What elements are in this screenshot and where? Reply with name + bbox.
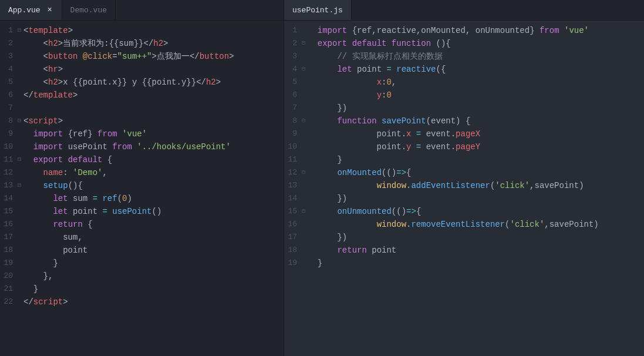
code-line[interactable]: <button @click="sum++">点我加一</button> [23, 50, 284, 63]
tab-bar-left: App.vue×Demo.vue [0, 0, 284, 21]
code-line[interactable]: } [23, 257, 284, 270]
code-line[interactable]: import usePoint from '../hooks/usePoint' [23, 140, 284, 153]
tab-label: usePoint.js [292, 6, 343, 15]
line-number: 3 [0, 50, 13, 63]
line-number: 6 [0, 89, 13, 102]
fold-marker [299, 218, 308, 231]
code-line[interactable]: }) [308, 102, 644, 115]
fold-marker [15, 140, 23, 153]
fold-marker[interactable]: ⊟ [299, 205, 308, 218]
line-number: 18 [0, 244, 13, 257]
fold-marker[interactable]: ⊟ [15, 153, 23, 166]
code-line[interactable]: <h2>当前求和为:{{sum}}</h2> [23, 37, 284, 50]
code-line[interactable]: setup(){ [23, 179, 284, 192]
line-number: 22 [0, 295, 13, 308]
code-line[interactable]: import {ref} from 'vue' [23, 127, 284, 140]
close-icon[interactable]: × [46, 5, 53, 15]
fold-marker [15, 295, 23, 308]
code-line[interactable] [23, 102, 284, 115]
line-number: 1 [284, 24, 297, 37]
fold-gutter[interactable]: ⊟⊟⊟⊟⊟ [299, 24, 308, 356]
fold-marker [15, 192, 23, 205]
line-number: 10 [284, 140, 297, 153]
code-line[interactable]: point.x = event.pageX [308, 127, 644, 140]
code-area[interactable]: import {ref,reactive,onMounted, onUnmoun… [308, 24, 644, 356]
line-number: 5 [284, 76, 297, 89]
code-line[interactable]: }) [308, 192, 644, 205]
code-line[interactable]: point.y = event.pageY [308, 140, 644, 153]
code-line[interactable]: } [308, 153, 644, 166]
fold-marker[interactable]: ⊟ [15, 179, 23, 192]
code-area[interactable]: <template> <h2>当前求和为:{{sum}}</h2> <butto… [23, 24, 284, 356]
code-line[interactable]: window.removeEventListener('click',saveP… [308, 218, 644, 231]
code-line[interactable]: // 实现鼠标打点相关的数据 [308, 50, 644, 63]
editor-pane-right: usePoint.js 1234567891011121314151617181… [284, 0, 644, 356]
line-number: 2 [0, 37, 13, 50]
fold-marker [299, 231, 308, 244]
fold-marker [299, 140, 308, 153]
code-line[interactable]: }) [308, 231, 644, 244]
tab-usepoint-js[interactable]: usePoint.js [284, 0, 352, 20]
fold-marker[interactable]: ⊟ [15, 115, 23, 127]
line-number: 17 [0, 231, 13, 244]
fold-marker [15, 63, 23, 76]
code-line[interactable]: <hr> [23, 63, 284, 76]
code-line[interactable]: point [23, 244, 284, 257]
line-number: 9 [0, 127, 13, 140]
fold-marker [299, 257, 308, 270]
fold-marker [299, 179, 308, 192]
code-line[interactable]: sum, [23, 231, 284, 244]
line-number: 21 [0, 283, 13, 295]
fold-marker[interactable]: ⊟ [299, 115, 308, 127]
fold-marker [15, 76, 23, 89]
code-line[interactable]: } [308, 257, 644, 270]
fold-marker[interactable]: ⊟ [299, 63, 308, 76]
code-editor-right[interactable]: 12345678910111213141516171819 ⊟⊟⊟⊟⊟ impo… [284, 21, 644, 356]
fold-marker [15, 89, 23, 102]
code-editor-left[interactable]: 12345678910111213141516171819202122 ⊟⊟⊟⊟… [0, 21, 284, 356]
line-gutter: 12345678910111213141516171819 [284, 24, 299, 356]
code-line[interactable]: onUnmounted(()=>{ [308, 205, 644, 218]
line-number: 13 [0, 179, 13, 192]
code-line[interactable]: name: 'Demo', [23, 166, 284, 179]
code-line[interactable]: y:0 [308, 89, 644, 102]
fold-marker[interactable]: ⊟ [299, 37, 308, 50]
code-line[interactable]: x:0, [308, 76, 644, 89]
code-line[interactable]: let point = reactive({ [308, 63, 644, 76]
line-number: 1 [0, 24, 13, 37]
code-line[interactable]: function savePoint(event) { [308, 115, 644, 127]
code-line[interactable]: </script> [23, 295, 284, 308]
code-line[interactable]: }, [23, 270, 284, 283]
code-line[interactable]: import {ref,reactive,onMounted, onUnmoun… [308, 24, 644, 37]
code-line[interactable]: export default function (){ [308, 37, 644, 50]
line-number: 9 [284, 127, 297, 140]
fold-marker[interactable]: ⊟ [299, 166, 308, 179]
code-line[interactable]: onMounted(()=>{ [308, 166, 644, 179]
fold-marker [299, 76, 308, 89]
fold-marker[interactable]: ⊟ [15, 24, 23, 37]
code-line[interactable]: <template> [23, 24, 284, 37]
fold-marker [15, 231, 23, 244]
line-number: 6 [284, 89, 297, 102]
fold-marker [15, 244, 23, 257]
code-line[interactable]: return point [308, 244, 644, 257]
code-line[interactable]: let point = usePoint() [23, 205, 284, 218]
code-line[interactable]: export default { [23, 153, 284, 166]
tab-app-vue[interactable]: App.vue× [0, 0, 62, 20]
line-number: 8 [0, 115, 13, 127]
code-line[interactable]: <h2>x {{point.x}} y {{point.y}}</h2> [23, 76, 284, 89]
fold-marker [15, 166, 23, 179]
code-line[interactable]: return { [23, 218, 284, 231]
tab-demo-vue[interactable]: Demo.vue [62, 0, 116, 20]
fold-marker [15, 37, 23, 50]
fold-marker [299, 24, 308, 37]
code-line[interactable]: } [23, 283, 284, 295]
code-line[interactable]: <script> [23, 115, 284, 127]
code-line[interactable]: </template> [23, 89, 284, 102]
code-line[interactable]: let sum = ref(0) [23, 192, 284, 205]
fold-gutter[interactable]: ⊟⊟⊟⊟ [15, 24, 23, 356]
line-number: 2 [284, 37, 297, 50]
line-number: 13 [284, 179, 297, 192]
code-line[interactable]: window.addEventListener('click',savePoin… [308, 179, 644, 192]
tab-label: Demo.vue [70, 6, 107, 15]
